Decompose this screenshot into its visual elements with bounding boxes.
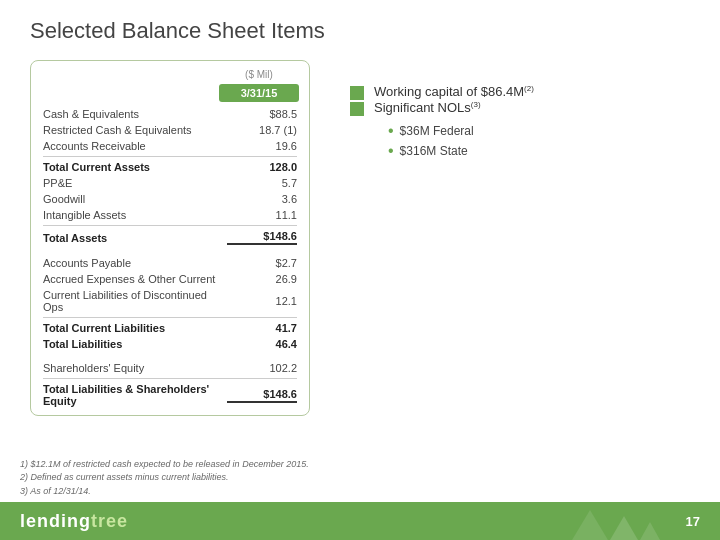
- bullet-item: $316M State: [388, 141, 481, 161]
- table-row: Total Current Assets128.0: [31, 159, 309, 175]
- callouts-container: Working capital of $86.4M(2)Significant …: [350, 84, 680, 161]
- row-label: Restricted Cash & Equivalents: [43, 124, 227, 136]
- footnote-item: 2) Defined as current assets minus curre…: [20, 471, 700, 485]
- green-square-icon: [350, 86, 364, 100]
- table-row: Restricted Cash & Equivalents18.7 (1): [31, 122, 309, 138]
- row-label: Total Assets: [43, 232, 227, 244]
- logo-text: lendingtree: [20, 511, 128, 531]
- row-label: PP&E: [43, 177, 227, 189]
- callout-main-text: Significant NOLs(3): [374, 100, 481, 115]
- row-divider: [43, 317, 297, 318]
- section-gap: [31, 352, 309, 360]
- page-number: 17: [686, 514, 700, 529]
- row-value: $148.6: [227, 388, 297, 403]
- callout-text: Significant NOLs(3)$36M Federal$316M Sta…: [374, 100, 481, 161]
- callout-nols: Significant NOLs(3)$36M Federal$316M Sta…: [350, 100, 680, 161]
- footer: lendingtree 17: [0, 502, 720, 540]
- callout-superscript: (2): [524, 84, 534, 93]
- currency-label-row: ($ Mil): [31, 67, 309, 84]
- table-row: Cash & Equivalents$88.5: [31, 106, 309, 122]
- row-label: Total Liabilities: [43, 338, 227, 350]
- row-label: Shareholders' Equity: [43, 362, 227, 374]
- table-row: Total Assets$148.6: [31, 228, 309, 247]
- row-divider: [43, 225, 297, 226]
- row-label: Accounts Receivable: [43, 140, 227, 152]
- green-square-icon: [350, 102, 364, 116]
- footnotes: 1) $12.1M of restricted cash expected to…: [0, 454, 720, 503]
- row-value: 46.4: [227, 338, 297, 350]
- row-value: 18.7 (1): [227, 124, 297, 136]
- currency-label: ($ Mil): [219, 69, 299, 80]
- row-label: Current Liabilities of Discontinued Ops: [43, 289, 227, 313]
- callout-superscript: (3): [471, 100, 481, 109]
- row-value: 3.6: [227, 193, 297, 205]
- table-row: Accounts Receivable19.6: [31, 138, 309, 154]
- callout-text: Working capital of $86.4M(2): [374, 84, 534, 99]
- row-value: 11.1: [227, 209, 297, 221]
- table-row: Total Liabilities46.4: [31, 336, 309, 352]
- table-row: Total Current Liabilities41.7: [31, 320, 309, 336]
- row-value: 5.7: [227, 177, 297, 189]
- table-row: Goodwill3.6: [31, 191, 309, 207]
- row-label: Total Current Liabilities: [43, 322, 227, 334]
- callout-working-capital: Working capital of $86.4M(2): [350, 84, 680, 100]
- footnote-item: 1) $12.1M of restricted cash expected to…: [20, 458, 700, 472]
- table-row: PP&E5.7: [31, 175, 309, 191]
- right-panel: Working capital of $86.4M(2)Significant …: [330, 54, 700, 454]
- date-badge: 3/31/15: [219, 84, 299, 102]
- row-label: Cash & Equivalents: [43, 108, 227, 120]
- row-value: $2.7: [227, 257, 297, 269]
- tri-small: [640, 522, 660, 540]
- table-row: Accrued Expenses & Other Current26.9: [31, 271, 309, 287]
- row-value: $88.5: [227, 108, 297, 120]
- row-label: Total Liabilities & Shareholders' Equity: [43, 383, 227, 407]
- header: Selected Balance Sheet Items: [0, 0, 720, 54]
- bullet-item: $36M Federal: [388, 121, 481, 141]
- row-value: 19.6: [227, 140, 297, 152]
- row-label: Goodwill: [43, 193, 227, 205]
- tri-medium: [610, 516, 638, 540]
- row-label: Accounts Payable: [43, 257, 227, 269]
- footer-logo: lendingtree: [20, 511, 128, 532]
- balance-sheet-table: ($ Mil) 3/31/15 Cash & Equivalents$88.5R…: [20, 54, 330, 454]
- footer-decoration: [572, 502, 660, 540]
- callout-main-text: Working capital of $86.4M(2): [374, 84, 534, 99]
- table-row: Current Liabilities of Discontinued Ops1…: [31, 287, 309, 315]
- row-value: 41.7: [227, 322, 297, 334]
- date-header-row: 3/31/15: [31, 84, 309, 106]
- row-value: 102.2: [227, 362, 297, 374]
- logo-tree: tree: [91, 511, 128, 531]
- table-container: ($ Mil) 3/31/15 Cash & Equivalents$88.5R…: [30, 60, 310, 416]
- tri-large: [572, 510, 608, 540]
- section-gap: [31, 247, 309, 255]
- table-row: Accounts Payable$2.7: [31, 255, 309, 271]
- footnote-item: 3) As of 12/31/14.: [20, 485, 700, 499]
- row-label: Total Current Assets: [43, 161, 227, 173]
- page-title: Selected Balance Sheet Items: [30, 18, 690, 44]
- row-divider: [43, 156, 297, 157]
- slide: Selected Balance Sheet Items ($ Mil) 3/3…: [0, 0, 720, 540]
- row-value: 26.9: [227, 273, 297, 285]
- row-value: 128.0: [227, 161, 297, 173]
- row-value: 12.1: [227, 295, 297, 307]
- table-row: Total Liabilities & Shareholders' Equity…: [31, 381, 309, 409]
- content-area: ($ Mil) 3/31/15 Cash & Equivalents$88.5R…: [0, 54, 720, 454]
- callout-bullets: $36M Federal$316M State: [374, 121, 481, 161]
- table-rows: Cash & Equivalents$88.5Restricted Cash &…: [31, 106, 309, 409]
- row-label: Accrued Expenses & Other Current: [43, 273, 227, 285]
- row-value: $148.6: [227, 230, 297, 245]
- table-row: Intangible Assets11.1: [31, 207, 309, 223]
- row-label: Intangible Assets: [43, 209, 227, 221]
- table-row: Shareholders' Equity102.2: [31, 360, 309, 376]
- row-divider: [43, 378, 297, 379]
